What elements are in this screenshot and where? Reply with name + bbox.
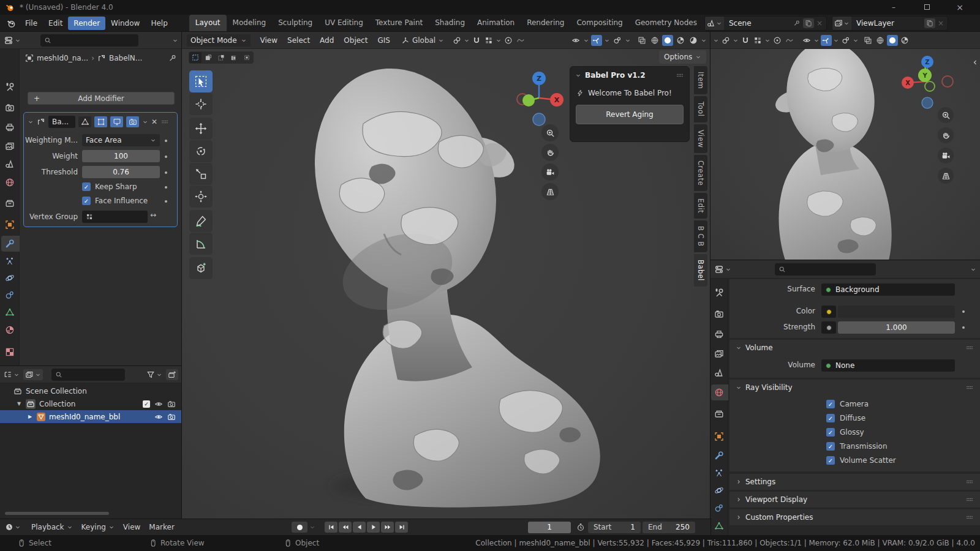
tab-object-data-icon[interactable] [5,307,15,317]
pin-scene-icon[interactable] [793,20,801,27]
sidebar-tab-create[interactable]: Create [694,155,707,191]
minimize-button[interactable]: – [886,3,902,12]
properties-options-chevron[interactable] [172,37,178,43]
face-influence-animate-dot[interactable] [165,200,167,203]
workspace-tab-modeling[interactable]: Modeling [227,15,273,32]
scene-selector[interactable]: Scene × [704,16,827,31]
sidebar-tab-item[interactable]: Item [694,66,707,94]
collection-checkbox[interactable] [143,400,150,408]
viewport-pan-button[interactable] [541,144,559,161]
tool-select-box[interactable] [189,70,213,92]
outliner-row-scene-collection[interactable]: Scene Collection [0,384,182,397]
properties-search-input[interactable] [40,34,138,47]
modifier-remove-icon[interactable]: ✕ [151,118,157,126]
modifier-render-toggle[interactable] [126,116,139,127]
sidebar-tab-view[interactable]: View [694,124,707,153]
viewport-perspective-button[interactable] [541,183,559,200]
color-swatch-field[interactable] [838,305,955,318]
babel-drag-handle[interactable] [676,71,684,80]
object-hide-eye-icon[interactable] [154,413,163,421]
rtab-render-icon[interactable] [714,309,724,319]
workspace-tab-uv-editing[interactable]: UV Editing [318,15,369,32]
breadcrumb-object[interactable]: meshId0_na... [37,54,88,62]
face-influence-checkbox[interactable] [82,197,91,205]
rtab-data-icon[interactable] [714,521,724,531]
sidebar-tab-bcb[interactable]: B C B [694,220,707,252]
auto-keying-record-button[interactable] [292,522,307,533]
custom-properties-section-header[interactable]: Custom Properties [729,509,980,525]
rtab-world-icon[interactable] [714,388,724,397]
strength-slider[interactable]: 1.000 [838,321,955,334]
vp2-snap-icon[interactable] [740,35,751,46]
scene-browse-icon[interactable] [705,17,724,30]
viewport-display-section-header[interactable]: Viewport Display [729,492,980,508]
outliner-horizontal-scrollbar[interactable] [5,512,109,515]
scene-name[interactable]: Scene [724,19,790,28]
select-mode-intersect-icon[interactable] [241,52,253,63]
vp2-perspective-button[interactable] [938,168,954,184]
outliner-type-button[interactable] [4,370,20,379]
viewlayer-selector[interactable]: ViewLayer × [832,16,948,31]
secondary-3d-viewport[interactable]: Z Y X [710,32,980,260]
rtab-collection-icon[interactable] [714,409,724,419]
strength-socket-button[interactable] [821,321,836,334]
keep-sharp-checkbox[interactable] [82,182,91,191]
volume-field[interactable]: None [821,359,955,372]
workspace-tab-layout[interactable]: Layout [189,15,227,32]
select-mode-new-icon[interactable] [189,52,202,63]
outliner-row-collection[interactable]: ▼ Collection [0,397,182,410]
blender-menu-icon[interactable] [0,18,20,28]
rtab-object-icon[interactable] [714,432,724,441]
tool-move[interactable] [189,118,213,140]
rtab-output-icon[interactable] [714,329,724,339]
menu-window[interactable]: Window [105,17,145,30]
close-button[interactable]: × [952,2,968,12]
vp2-pan-button[interactable] [938,127,954,143]
object-render-camera-icon[interactable] [167,413,176,421]
workspace-tab-sculpting[interactable]: Sculpting [272,15,318,32]
tab-tool-icon[interactable] [5,82,15,92]
threshold-animate-dot[interactable] [165,171,167,174]
outliner-search-input[interactable] [51,369,125,381]
options-button[interactable]: Options [659,50,706,64]
workspace-tab-rendering[interactable]: Rendering [521,15,570,32]
previous-keyframe-button[interactable] [339,522,352,533]
weighting-animate-dot[interactable] [165,140,167,142]
settings-drag-handle[interactable] [965,478,974,486]
rtab-scene-icon[interactable] [714,368,724,378]
menu-edit[interactable]: Edit [43,17,68,30]
current-frame-field[interactable]: 1 [528,522,571,533]
tool-transform[interactable] [189,186,213,208]
play-button[interactable] [367,522,380,533]
tool-annotate[interactable] [189,210,213,232]
vp2-camera-view-button[interactable] [938,148,954,163]
jump-to-end-button[interactable] [395,522,408,533]
workspace-tab-geometry-nodes[interactable]: Geometry Nodes [629,15,703,32]
vertex-group-invert-button[interactable]: ↔ [150,211,156,219]
collection-expand-icon[interactable]: ▼ [16,401,22,407]
vp2-zoom-button[interactable] [938,107,954,123]
vp2-falloff-icon[interactable] [784,35,795,46]
frame-start-field[interactable]: Start 1 [588,522,641,533]
color-socket-button[interactable] [821,305,836,318]
collection-hide-eye-icon[interactable] [154,400,163,408]
editor-type-button[interactable] [4,36,21,45]
viewport-camera-view-button[interactable] [541,163,559,181]
stopwatch-icon[interactable] [576,523,585,531]
new-viewlayer-button[interactable] [924,18,935,28]
rprops-options-chevron[interactable] [970,266,976,272]
menu-file[interactable]: File [20,17,43,30]
vp2-shading-solid-icon[interactable] [887,35,898,46]
add-modifier-button[interactable]: + Add Modifier [28,92,175,105]
vertex-group-field[interactable] [82,211,148,223]
tab-object-icon[interactable] [5,220,15,230]
tab-constraints-icon[interactable] [5,290,15,300]
play-reverse-button[interactable] [353,522,366,533]
rprops-search-input[interactable] [775,263,876,276]
weight-slider[interactable]: 100 [82,150,160,162]
vp2-shading-material-icon[interactable] [899,35,910,46]
breadcrumb-modifier[interactable]: BabelN... [109,54,142,62]
tool-rotate[interactable] [189,140,213,162]
vp2-proportional-icon[interactable] [772,35,783,46]
strength-animate-dot[interactable] [962,326,965,329]
